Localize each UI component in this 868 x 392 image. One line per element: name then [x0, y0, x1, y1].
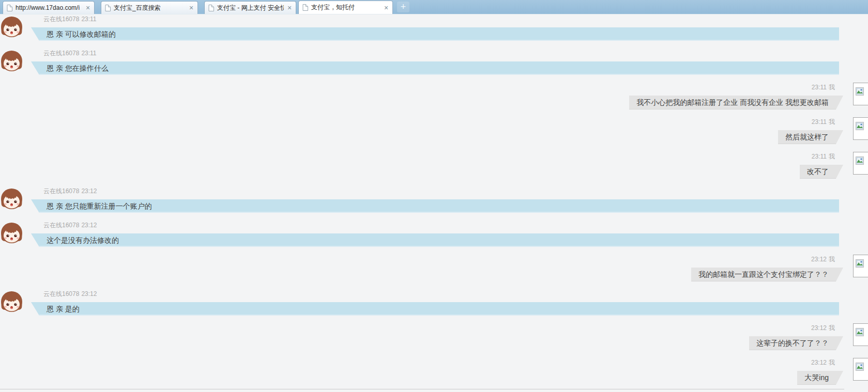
- agent-avatar: [0, 50, 23, 73]
- user-message: 23:11我 我不小心把我的邮箱注册了企业 而我没有企业 我想更改邮箱: [39, 84, 836, 109]
- agent-avatar: [0, 290, 23, 313]
- message-time: 23:12: [81, 222, 97, 229]
- message-time: 23:11: [812, 118, 827, 126]
- tab-close-icon[interactable]: ×: [286, 4, 293, 11]
- message-time: 23:11: [812, 84, 827, 91]
- message-meta: 23:11我: [39, 118, 836, 126]
- cartoon-girl-avatar-icon: [0, 15, 23, 39]
- broken-image-placeholder-icon: [856, 363, 864, 371]
- browser-window: http://www.17dao.com/i × 支付宝_百度搜索 × 支付宝 …: [0, 0, 868, 392]
- cartoon-girl-avatar-icon: [0, 50, 23, 73]
- tab-close-icon[interactable]: ×: [188, 4, 195, 11]
- sender-name: 我: [829, 256, 835, 263]
- user-message: 23:12我 这辈子的换不了了？？: [39, 324, 836, 350]
- browser-tab[interactable]: 支付宝_百度搜索 ×: [101, 1, 198, 14]
- user-message: 23:12我 大哭ing: [39, 359, 836, 385]
- agent-message: 云在线1607823:12 恩 亲 是的: [39, 290, 839, 316]
- blank-page-favicon-icon: [105, 5, 111, 11]
- broken-image-placeholder-icon: [856, 122, 864, 130]
- tab-close-icon[interactable]: ×: [84, 4, 92, 11]
- message-bubble: 恩 亲 是的: [39, 302, 839, 316]
- tab-title: 支付宝 - 网上支付 安全快: [217, 4, 284, 12]
- browser-tab[interactable]: 支付宝 - 网上支付 安全快 ×: [204, 1, 296, 14]
- sender-name: 我: [829, 153, 835, 160]
- blank-page-favicon-icon: [208, 5, 214, 11]
- message-meta: 云在线1607823:12: [39, 290, 839, 297]
- message-bubble: 这辈子的换不了了？？: [749, 336, 836, 350]
- message-bubble: 这个是没有办法修改的: [39, 233, 839, 247]
- message-meta: 云在线1607823:12: [39, 222, 839, 229]
- tab-title: 支付宝_百度搜索: [114, 4, 186, 12]
- tab-close-icon[interactable]: ×: [383, 4, 390, 11]
- agent-message: 云在线1607823:11 恩 亲 可以修改邮箱的: [39, 15, 839, 41]
- sender-name: 我: [829, 84, 835, 91]
- user-message: 23:11我 改不了: [39, 153, 836, 179]
- sender-name: 云在线16078: [43, 290, 79, 297]
- sender-name: 云在线16078: [43, 50, 79, 57]
- message-meta: 23:11我: [39, 84, 836, 91]
- user-avatar-placeholder: [853, 255, 868, 277]
- message-meta: 23:11我: [39, 153, 836, 160]
- message-time: 23:11: [81, 50, 96, 57]
- message-bubble: 恩 亲 可以修改邮箱的: [39, 27, 839, 41]
- sender-name: 云在线16078: [43, 222, 79, 229]
- broken-image-placeholder-icon: [856, 156, 864, 165]
- user-avatar-placeholder: [853, 152, 868, 175]
- chat-area[interactable]: 云在线1607823:11 恩 亲 可以修改邮箱的 云在线1607823:11 …: [0, 15, 868, 392]
- cartoon-girl-avatar-icon: [0, 187, 23, 211]
- message-bubble: 恩 亲 您只能重新注册一个账户的: [39, 199, 839, 213]
- broken-image-placeholder-icon: [856, 328, 864, 336]
- message-time: 23:12: [81, 187, 97, 195]
- blank-page-favicon-icon: [7, 5, 12, 11]
- agent-message: 云在线1607823:12 这个是没有办法修改的: [39, 222, 839, 247]
- cartoon-girl-avatar-icon: [0, 290, 23, 313]
- agent-message: 云在线1607823:11 恩 亲 您在操作什么: [39, 50, 839, 75]
- sender-name: 云在线16078: [43, 187, 79, 195]
- broken-image-placeholder-icon: [856, 259, 864, 268]
- message-bubble: 然后就这样了: [778, 130, 836, 144]
- message-bubble: 我的邮箱就一直跟这个支付宝绑定了？？: [691, 268, 836, 281]
- blank-page-favicon-icon: [302, 4, 308, 11]
- agent-avatar: [0, 15, 23, 39]
- message-time: 23:12: [811, 359, 827, 366]
- user-avatar-placeholder: [853, 117, 868, 140]
- message-bubble: 改不了: [800, 165, 836, 179]
- message-time: 23:12: [811, 324, 827, 332]
- agent-avatar: [0, 222, 23, 245]
- sender-name: 我: [829, 118, 835, 126]
- sender-name: 云在线16078: [43, 15, 79, 23]
- user-avatar-placeholder: [853, 83, 868, 105]
- message-meta: 23:12我: [39, 359, 836, 366]
- tab-title: 支付宝，知托付: [311, 3, 380, 12]
- message-meta: 云在线1607823:11: [39, 15, 839, 23]
- tab-title: http://www.17dao.com/i: [16, 4, 82, 11]
- user-message: 23:11我 然后就这样了: [39, 118, 836, 144]
- message-bubble: 我不小心把我的邮箱注册了企业 而我没有企业 我想更改邮箱: [629, 96, 836, 109]
- user-avatar-placeholder: [853, 323, 868, 346]
- sender-name: 我: [829, 359, 835, 366]
- user-avatar-placeholder: [853, 358, 868, 381]
- sender-name: 我: [829, 324, 835, 332]
- browser-tab-active[interactable]: 支付宝，知托付 ×: [298, 1, 393, 14]
- agent-avatar: [0, 187, 23, 211]
- agent-message: 云在线1607823:12 恩 亲 您只能重新注册一个账户的: [39, 187, 839, 213]
- message-meta: 云在线1607823:11: [39, 50, 839, 57]
- message-bubble: 恩 亲 您在操作什么: [39, 61, 839, 75]
- message-time: 23:11: [81, 15, 96, 23]
- user-message: 23:12我 我的邮箱就一直跟这个支付宝绑定了？？: [39, 256, 836, 281]
- message-bubble: 大哭ing: [797, 371, 836, 385]
- tab-bar: http://www.17dao.com/i × 支付宝_百度搜索 × 支付宝 …: [0, 0, 868, 14]
- message-meta: 23:12我: [39, 324, 836, 332]
- message-time: 23:11: [812, 153, 827, 160]
- broken-image-placeholder-icon: [856, 87, 864, 96]
- browser-tab[interactable]: http://www.17dao.com/i ×: [3, 1, 95, 14]
- input-area-divider: [0, 389, 844, 389]
- message-time: 23:12: [81, 290, 97, 297]
- message-meta: 云在线1607823:12: [39, 187, 839, 195]
- message-meta: 23:12我: [39, 256, 836, 263]
- new-tab-button[interactable]: +: [397, 2, 409, 12]
- message-time: 23:12: [811, 256, 827, 263]
- cartoon-girl-avatar-icon: [0, 222, 23, 245]
